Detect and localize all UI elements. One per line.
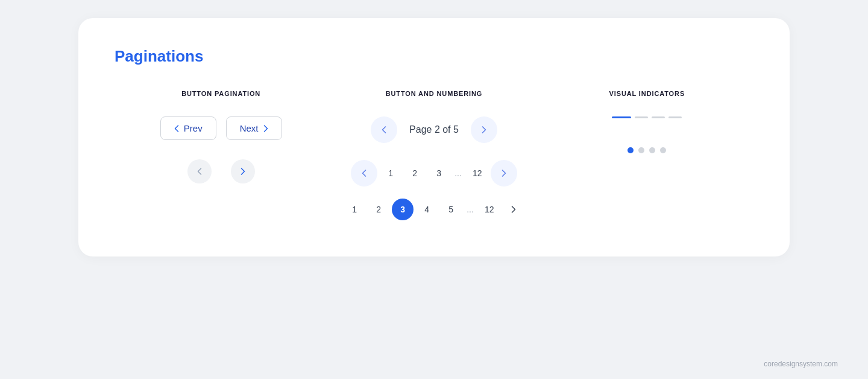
- page-num2-1[interactable]: 1: [344, 199, 365, 220]
- prev-icon-circle[interactable]: [187, 159, 212, 183]
- page-num2-3-active[interactable]: 3: [392, 199, 414, 220]
- numbered-prev-circle[interactable]: [351, 160, 377, 186]
- page-num2-5[interactable]: 5: [440, 199, 462, 220]
- next-button[interactable]: Next: [226, 116, 282, 140]
- page-num-2[interactable]: 2: [404, 162, 426, 184]
- page-text-row: Page 2 of 5: [371, 116, 497, 143]
- button-pagination-label: BUTTON PAGINATION: [181, 90, 260, 97]
- page-num2-4[interactable]: 4: [416, 199, 438, 220]
- nav-next-circle[interactable]: [471, 116, 497, 143]
- numbered-next-circle[interactable]: [491, 160, 517, 186]
- dots-1: ...: [452, 168, 464, 178]
- chevron-right-num-icon: [502, 170, 506, 177]
- prev-next-row: Prev Next: [160, 116, 282, 140]
- dots-2: ...: [464, 205, 476, 214]
- button-numbering-label: BUTTON AND NUMBERING: [386, 90, 483, 97]
- dot-indicators: [627, 147, 666, 153]
- arrow-right-icon: [511, 206, 516, 213]
- line-ind-3[interactable]: [652, 116, 665, 118]
- line-ind-2[interactable]: [635, 116, 648, 118]
- page-num-12[interactable]: 12: [467, 162, 488, 184]
- prev-button[interactable]: Prev: [160, 116, 216, 140]
- main-card: Paginations BUTTON PAGINATION Prev Next: [78, 18, 790, 256]
- dot-ind-4[interactable]: [660, 147, 666, 153]
- dot-ind-2[interactable]: [638, 147, 644, 153]
- line-ind-1[interactable]: [612, 116, 631, 118]
- line-ind-4[interactable]: [668, 116, 682, 118]
- footer: coredesignsystem.com: [12, 349, 856, 379]
- page-num-1[interactable]: 1: [380, 162, 401, 184]
- nav-prev-circle[interactable]: [371, 116, 397, 143]
- chevron-left-icon: [174, 125, 179, 132]
- numbered-row-2: 1 2 3 4 5 ... 12: [344, 199, 524, 220]
- footer-text: coredesignsystem.com: [764, 360, 838, 368]
- chevron-right-circle-icon: [241, 168, 245, 175]
- chevron-left-circle-icon: [197, 168, 202, 175]
- section-button-pagination: BUTTON PAGINATION Prev Next: [115, 90, 327, 220]
- sections-row: BUTTON PAGINATION Prev Next: [115, 90, 753, 220]
- section-visual-indicators: VISUAL INDICATORS: [541, 90, 753, 220]
- page-num-3[interactable]: 3: [428, 162, 450, 184]
- dot-ind-1[interactable]: [627, 147, 634, 153]
- page-title: Paginations: [115, 47, 753, 66]
- chevron-right-nav-icon: [482, 126, 486, 133]
- row2-next-arrow[interactable]: [503, 199, 524, 220]
- next-icon-circle[interactable]: [231, 159, 255, 183]
- chevron-left-num-icon: [362, 170, 366, 177]
- page-num2-2[interactable]: 2: [368, 199, 389, 220]
- dot-ind-3[interactable]: [649, 147, 655, 153]
- numbered-row-1: 1 2 3 ... 12: [351, 160, 517, 186]
- chevron-right-icon: [263, 125, 268, 132]
- section-button-numbering: BUTTON AND NUMBERING Page 2 of 5: [327, 90, 540, 220]
- page-text: Page 2 of 5: [409, 124, 459, 135]
- icon-circle-row: [187, 159, 255, 183]
- visual-indicators-label: VISUAL INDICATORS: [609, 90, 685, 97]
- chevron-left-nav-icon: [382, 126, 386, 133]
- page-num2-12[interactable]: 12: [479, 199, 500, 220]
- line-indicators: [612, 116, 682, 118]
